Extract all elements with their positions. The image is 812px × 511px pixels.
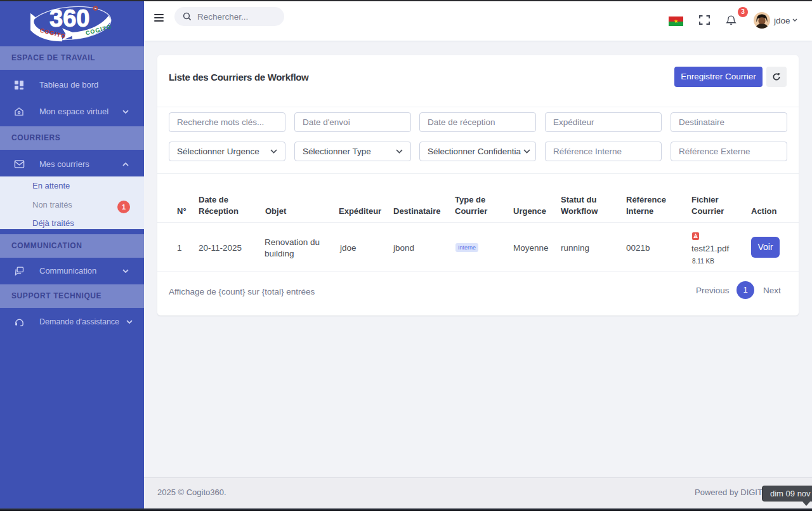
svg-text:360: 360 — [49, 5, 89, 32]
